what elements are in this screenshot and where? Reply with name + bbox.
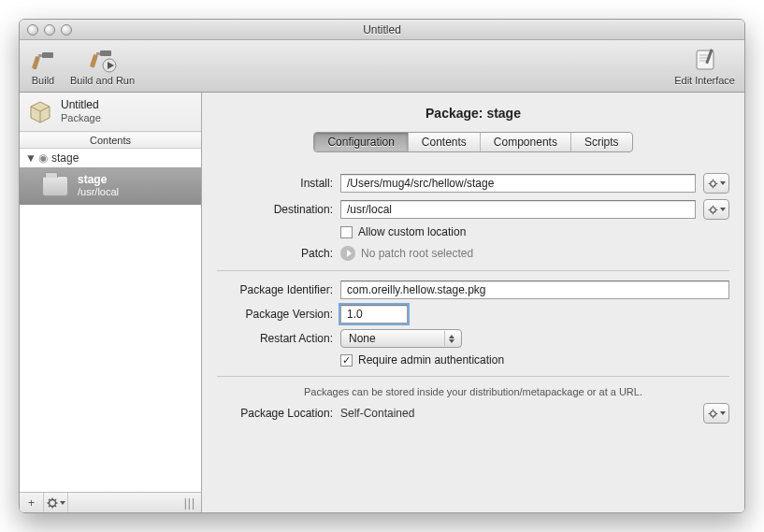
add-button[interactable]: + [20,493,44,512]
svg-point-34 [710,410,715,416]
project-subtitle: Package [61,112,101,125]
location-label: Package Location: [217,407,333,420]
svg-point-24 [710,180,715,186]
close-window-button[interactable] [27,24,38,36]
hammer-play-icon [87,47,119,73]
build-and-run-button[interactable]: Build and Run [70,47,135,86]
require-admin-label: Require admin authentication [358,353,504,367]
gear-icon [708,205,718,215]
version-field[interactable] [340,305,408,324]
separator [217,376,729,377]
window-title: Untitled [20,23,744,36]
install-label: Install: [217,177,333,190]
configuration-form: Install: Destination: [217,167,729,424]
build-label: Build [32,75,54,86]
detail-panel: Package: stage Configuration Contents Co… [202,93,744,512]
panel-title: Package: stage [217,102,729,132]
edit-interface-label: Edit Interface [674,75,735,86]
build-run-label: Build and Run [70,75,135,86]
install-action-menu[interactable] [703,173,729,194]
tab-contents[interactable]: Contents [409,133,481,151]
destination-label: Destination: [217,203,333,216]
resize-grip-icon[interactable]: ||| [179,496,201,510]
svg-rect-3 [100,50,111,56]
svg-line-20 [49,499,50,500]
contents-header: Contents [20,132,201,149]
location-action-menu[interactable] [703,403,729,424]
identifier-field[interactable] [340,280,729,299]
install-field[interactable] [340,174,696,193]
package-box-icon [27,99,53,123]
folder-icon [42,176,68,196]
patch-label: Patch: [217,247,333,260]
sidebar-action-menu[interactable] [44,493,68,512]
require-admin-checkbox[interactable] [340,354,353,367]
zoom-window-button[interactable] [61,24,72,36]
destination-action-menu[interactable] [703,199,729,220]
tree-root-label: stage [51,151,79,165]
location-value: Self-Contained [340,407,696,420]
build-button[interactable]: Build [29,47,57,86]
allow-custom-location-checkbox[interactable] [340,226,353,238]
project-header[interactable]: Untitled Package [20,93,201,132]
split-view: Untitled Package Contents ▼ ◉ stage stag… [20,93,744,512]
tree-bullet-icon: ◉ [38,151,48,165]
select-arrows-icon [444,331,457,346]
edit-interface-button[interactable]: Edit Interface [674,47,735,86]
gear-icon [708,409,718,419]
tab-configuration[interactable]: Configuration [314,133,408,151]
project-title: Untitled [61,98,101,112]
destination-field[interactable] [340,200,696,219]
gear-icon [47,497,58,509]
source-tree[interactable]: ▼ ◉ stage stage /usr/local [20,149,201,492]
sidebar-footer: + ||| [20,492,201,512]
plus-icon: + [28,496,35,510]
traffic-lights [27,24,72,36]
restart-action-select[interactable]: None [340,329,462,348]
svg-line-23 [49,505,50,506]
selected-title: stage [78,173,119,186]
svg-point-15 [49,499,55,506]
selected-path: /usr/local [78,186,119,198]
sidebar: Untitled Package Contents ▼ ◉ stage stag… [20,93,202,512]
chevron-down-icon [720,411,726,415]
svg-rect-1 [38,54,42,57]
chevron-down-icon [60,501,65,505]
svg-rect-4 [96,52,100,55]
minimize-window-button[interactable] [44,24,55,36]
version-label: Package Version: [217,308,333,321]
svg-line-22 [54,499,55,500]
separator [217,270,729,271]
svg-rect-2 [32,55,40,69]
restart-action-value: None [349,332,376,345]
tab-components[interactable]: Components [481,133,571,151]
chevron-down-icon [720,181,726,185]
chevron-down-icon [720,208,726,211]
tab-bar: Configuration Contents Components Script… [313,132,632,152]
patch-value: No patch root selected [361,247,473,260]
app-window: Untitled Build [19,19,745,513]
tree-row-stage-root[interactable]: ▼ ◉ stage [20,149,201,167]
gear-icon [708,179,718,189]
disclosure-triangle-icon[interactable]: ▼ [25,151,35,165]
svg-point-29 [710,207,715,212]
svg-rect-0 [42,52,53,58]
hammer-icon [29,47,57,73]
svg-rect-5 [89,53,97,67]
allow-custom-location-label: Allow custom location [358,225,466,238]
toolbar: Build Build and Run [20,40,744,93]
tree-row-stage-selected[interactable]: stage /usr/local [20,167,201,206]
tab-scripts[interactable]: Scripts [571,133,632,151]
location-hint: Packages can be stored inside your distr… [217,386,729,397]
pencil-paper-icon [691,47,719,73]
restart-label: Restart Action: [217,332,333,345]
identifier-label: Package Identifier: [217,283,333,296]
svg-line-21 [54,505,55,506]
arrow-circle-icon [340,246,355,261]
titlebar: Untitled [20,20,744,40]
